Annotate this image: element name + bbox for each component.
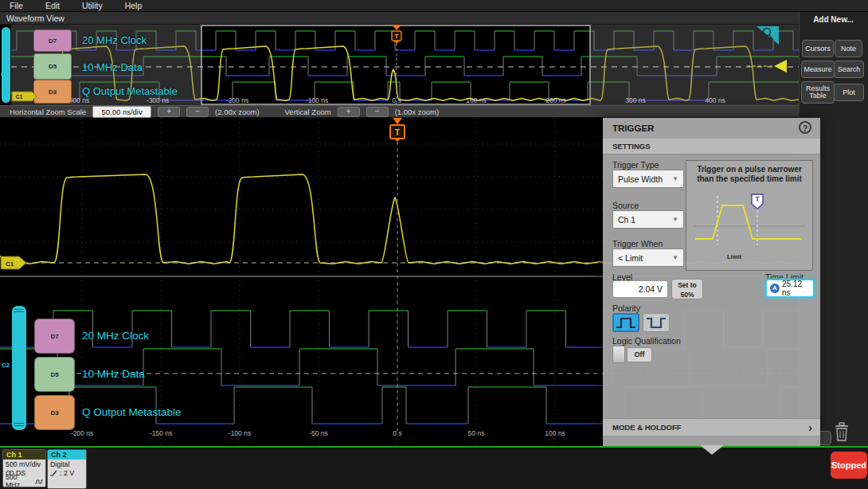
trigger-panel-title: TRIGGER	[612, 123, 654, 133]
channel-2-badge[interactable]: Ch 2 Digital : 2 V	[47, 449, 87, 489]
channel-2-name: Ch 2	[48, 450, 86, 460]
ch1-overview-tag[interactable]: C1	[11, 91, 43, 102]
channel-label[interactable]: Q Output Metastable	[82, 406, 182, 418]
polarity-negative-button[interactable]	[643, 313, 670, 332]
bandwidth-icon	[35, 479, 43, 484]
pulse-shape	[695, 205, 802, 239]
channel-label[interactable]: 10 MHz Data	[82, 368, 145, 380]
mode-holdoff-section[interactable]: MODE & HOLDOFF ›	[603, 418, 820, 436]
level-input[interactable]: 2.04 V	[612, 280, 668, 298]
trigger-flag-letter: T	[395, 127, 401, 137]
channel-1-name: Ch 1	[3, 450, 45, 460]
trigger-flag-letter: T	[755, 195, 760, 203]
trigger-when-value: < Limit	[618, 253, 643, 263]
tab-waveform-view[interactable]: Waveform View	[0, 12, 799, 25]
channel-label[interactable]: 20 MHz Clock	[82, 34, 147, 46]
trash-icon	[833, 422, 850, 443]
channel-group-handle[interactable]	[12, 306, 26, 430]
overview-tick-label: -100 ns	[306, 96, 328, 104]
run-stop-button[interactable]: Stopped	[831, 452, 867, 479]
channel-1-scale: 500 mV/div	[6, 460, 43, 469]
overview-tick-label: -300 ns	[147, 96, 169, 104]
trash-button[interactable]	[833, 422, 850, 443]
polarity-label: Polarity	[612, 303, 640, 313]
menu-bar: FileEditUtilityHelp	[0, 0, 868, 12]
logic-qualification-toggle[interactable]	[612, 346, 625, 363]
time-limit-value: 25.12 ns	[782, 280, 810, 297]
logic-qualification-value[interactable]: Off	[627, 347, 652, 362]
help-icon[interactable]: ?	[799, 121, 811, 134]
trigger-type-dropdown[interactable]: Pulse Width ▼	[612, 170, 684, 188]
limit-label: Limit	[686, 253, 782, 260]
trigger-when-label: Trigger When	[612, 239, 663, 248]
tab-settings[interactable]: SETTINGS	[603, 139, 820, 155]
add-new-results-table-button[interactable]: Results Table	[801, 81, 835, 104]
ch1-level-tag[interactable]: C1	[0, 255, 32, 271]
digital-channel-badge-d5[interactable]: D5	[33, 53, 72, 80]
group-c2-label: C2	[2, 362, 10, 369]
trigger-when-dropdown[interactable]: < Limit ▼	[612, 248, 684, 267]
main-tick-label: -100 ns	[229, 429, 251, 437]
main-tick-label: -200 ns	[71, 429, 93, 437]
horizontal-zoom-minus-button[interactable]: −	[186, 107, 209, 117]
menu-file[interactable]: File	[10, 1, 23, 10]
zoom-scale-bar: Horizontal Zoom Scale 50.00 ns/div + − (…	[0, 105, 799, 118]
source-dropdown[interactable]: Ch 1 ▼	[612, 210, 684, 229]
threshold-edge-icon	[50, 469, 58, 476]
chevron-down-icon: ▼	[672, 254, 678, 261]
polarity-positive-button[interactable]	[612, 313, 639, 332]
add-new-measure-button[interactable]: Measure	[801, 61, 835, 78]
channel-1-badge[interactable]: Ch 1 500 mV/div DS 500 MHz	[2, 449, 46, 487]
vertical-zoom-plus-button[interactable]: +	[338, 107, 360, 117]
channel-label[interactable]: 10 MHz Data	[82, 61, 143, 73]
positive-pulse-icon	[614, 315, 638, 331]
horizontal-zoom-plus-button[interactable]: +	[158, 107, 180, 117]
overview-tick-label: 100 ns	[466, 96, 487, 104]
overview-tick-label: 400 ns	[705, 96, 725, 104]
chevron-down-icon: ▼	[672, 175, 678, 182]
set-to-50-button[interactable]: Set to 50%	[671, 279, 703, 299]
waveform-overview[interactable]: T-400 ns-300 ns-200 ns-100 ns0 s100 ns20…	[0, 25, 799, 105]
trigger-info-box: Trigger on a pulse narrower than the spe…	[686, 160, 813, 271]
menu-help[interactable]: Help	[125, 1, 143, 10]
mode-holdoff-label: MODE & HOLDOFF	[612, 423, 682, 432]
overview-tick-label: 0 s	[392, 96, 401, 104]
digital-channel-badge-d5[interactable]: D5	[34, 357, 75, 392]
trigger-flag-letter: T	[395, 33, 399, 40]
source-label: Source	[612, 201, 639, 210]
status-bar: Ch 1 500 mV/div DS 500 MHz Ch 2 Digital	[0, 448, 868, 489]
source-value: Ch 1	[618, 215, 635, 225]
channel-label[interactable]: Q Output Metastable	[82, 85, 178, 97]
channel-1-bandwidth: 500 MHz	[6, 477, 43, 486]
add-new-note-button[interactable]: Note	[835, 40, 862, 57]
trigger-type-value: Pulse Width	[618, 174, 663, 184]
trigger-settings-panel: TRIGGER ? SETTINGS Trigger Type Pulse Wi…	[603, 118, 820, 446]
digital-channel-badge-d7[interactable]: D7	[34, 319, 75, 354]
overview-tick-label: -200 ns	[226, 96, 248, 104]
channel-group-handle[interactable]	[2, 27, 10, 103]
digital-channel-badge-d3[interactable]: D3	[34, 395, 75, 430]
channel-2-threshold: : 2 V	[50, 469, 84, 478]
main-tick-label: -150 ns	[150, 429, 172, 437]
vertical-zoom-label: Vertical Zoom	[285, 108, 331, 116]
main-tick-label: 50 ns	[468, 429, 485, 437]
horizontal-zoom-scale-input[interactable]: 50.00 ns/div	[92, 106, 151, 118]
menu-edit[interactable]: Edit	[45, 1, 60, 10]
add-new-search-button[interactable]: Search	[834, 61, 864, 78]
trigger-info-text: Trigger on a pulse narrower than the spe…	[691, 165, 807, 184]
horizontal-zoom-factor: (2.00x zoom)	[215, 108, 259, 116]
menu-utility[interactable]: Utility	[82, 1, 103, 10]
svg-text:C1: C1	[6, 260, 14, 268]
main-tick-label: -50 ns	[309, 429, 328, 437]
group-c2-label: C2	[1, 71, 9, 78]
digital-channel-badge-d7[interactable]: D7	[33, 29, 72, 52]
chevron-right-icon: ›	[808, 419, 812, 436]
add-new-plot-button[interactable]: Plot	[834, 84, 864, 101]
chevron-down-icon: ▼	[672, 216, 678, 223]
channel-label[interactable]: 20 MHz Clock	[82, 330, 149, 342]
channel-2-mode: Digital	[50, 460, 84, 469]
time-limit-input[interactable]: A 25.12 ns	[765, 279, 815, 298]
add-new-cursors-button[interactable]: Cursors	[802, 40, 834, 57]
vertical-zoom-minus-button[interactable]: −	[366, 107, 389, 117]
panel-callout-arrow	[700, 445, 724, 455]
